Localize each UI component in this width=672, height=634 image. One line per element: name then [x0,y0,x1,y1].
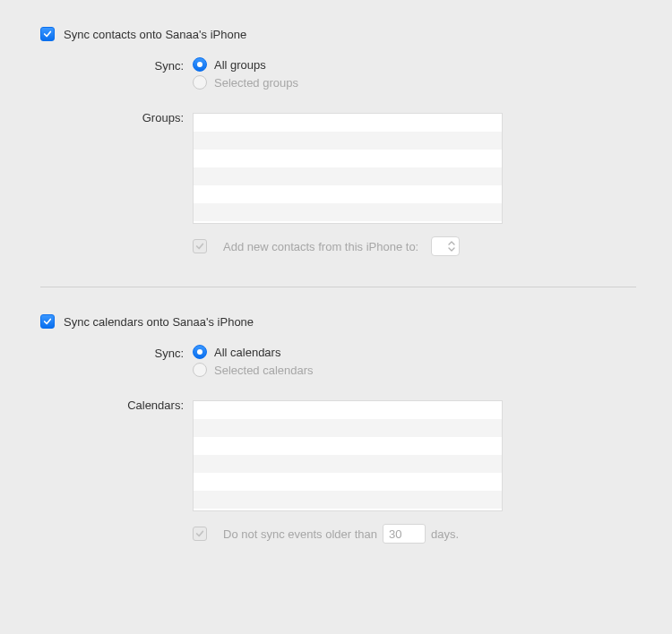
calendars-label: Calendars: [40,397,193,412]
contacts-radio-all-label: All groups [214,58,266,72]
checkmark-icon [43,317,52,326]
contacts-section: Sync contacts onto Sanaa's iPhone Sync: … [40,27,636,287]
calendars-sync-label: Sync: [40,345,193,360]
checkmark-icon [43,30,52,39]
contacts-sync-label: Sync: [40,57,193,73]
calendars-radio-selected[interactable] [193,363,207,377]
sync-contacts-label: Sync contacts onto Sanaa's iPhone [64,28,246,41]
checkmark-icon [195,529,204,538]
groups-listbox[interactable] [193,113,503,224]
calendars-radio-all[interactable] [193,345,207,359]
calendars-section: Sync calendars onto Sanaa's iPhone Sync:… [40,314,636,574]
calendars-radio-selected-label: Selected calendars [214,364,314,377]
add-contacts-popup[interactable] [431,236,460,256]
section-divider [40,287,636,287]
groups-label: Groups: [40,109,193,124]
events-older-label-before: Do not sync events older than [223,527,377,541]
sync-contacts-checkbox[interactable] [40,27,55,41]
sync-calendars-checkbox[interactable] [40,314,55,329]
chevron-up-down-icon [448,241,455,252]
events-older-value: 30 [389,527,401,541]
contacts-radio-selected-label: Selected groups [214,76,298,90]
checkmark-icon [195,242,204,251]
calendars-radio-all-label: All calendars [214,346,280,359]
contacts-radio-selected[interactable] [193,75,207,90]
events-older-input[interactable]: 30 [383,524,426,544]
add-contacts-checkbox[interactable] [193,239,207,253]
contacts-radio-all[interactable] [193,57,207,72]
events-older-label-after: days. [431,527,459,541]
sync-calendars-label: Sync calendars onto Sanaa's iPhone [64,315,254,329]
add-contacts-label: Add new contacts from this iPhone to: [223,240,418,253]
calendars-listbox[interactable] [193,400,503,511]
events-older-checkbox[interactable] [193,527,207,541]
